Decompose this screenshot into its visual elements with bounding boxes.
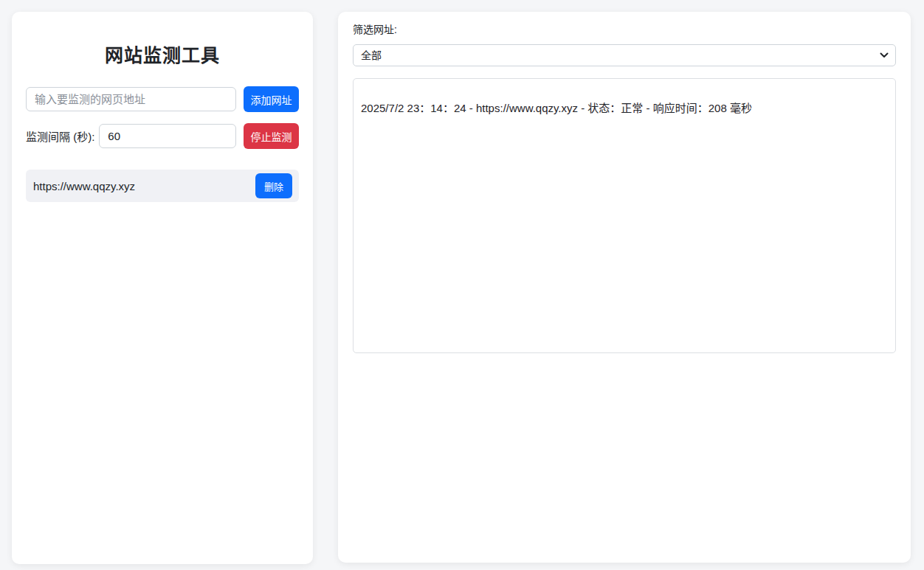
interval-label: 监测间隔 (秒): <box>26 128 94 144</box>
interval-row: 监测间隔 (秒): 停止监测 <box>26 123 299 149</box>
interval-input[interactable] <box>99 124 236 148</box>
monitored-url-item: https://www.qqzy.xyz 删除 <box>26 170 299 202</box>
add-url-row: 添加网址 <box>26 86 299 112</box>
page: 网站监测工具 添加网址 监测间隔 (秒): 停止监测 https://www.q… <box>0 0 924 564</box>
page-title: 网站监测工具 <box>26 44 299 67</box>
url-input[interactable] <box>26 87 236 111</box>
monitor-control-panel: 网站监测工具 添加网址 监测间隔 (秒): 停止监测 https://www.q… <box>12 12 313 564</box>
stop-monitor-button[interactable]: 停止监测 <box>244 123 299 149</box>
delete-url-button[interactable]: 删除 <box>255 173 292 198</box>
filter-select-wrap: 全部 <box>353 44 896 66</box>
filter-label: 筛选网址: <box>353 24 896 35</box>
monitor-log-panel: 筛选网址: 全部 2025/7/2 23：14：24 - https://www… <box>338 12 911 563</box>
log-output-box[interactable]: 2025/7/2 23：14：24 - https://www.qqzy.xyz… <box>353 78 896 353</box>
monitored-url-text: https://www.qqzy.xyz <box>33 180 135 192</box>
add-url-button[interactable]: 添加网址 <box>244 86 299 112</box>
url-filter-select[interactable]: 全部 <box>353 44 896 66</box>
log-entry: 2025/7/2 23：14：24 - https://www.qqzy.xyz… <box>361 100 888 116</box>
